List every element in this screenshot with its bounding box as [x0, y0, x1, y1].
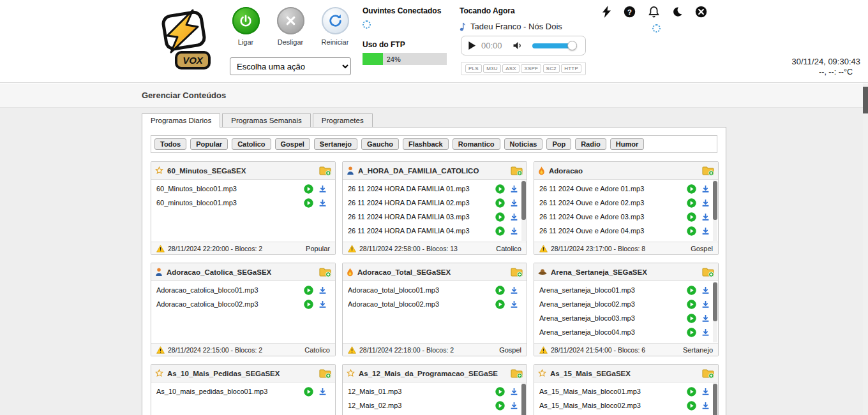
power-off-button[interactable]	[277, 7, 304, 34]
play-icon[interactable]	[495, 226, 505, 236]
card-scrollbar[interactable]	[713, 383, 717, 415]
play-icon[interactable]	[304, 387, 313, 397]
play-icon[interactable]	[687, 314, 696, 323]
download-icon[interactable]	[701, 402, 710, 410]
filter-gospel[interactable]: Gospel	[275, 138, 310, 150]
volume-knob[interactable]	[567, 41, 577, 50]
play-icon[interactable]	[495, 300, 505, 309]
filter-flashback[interactable]: Flashback	[403, 138, 449, 150]
filter-romantico[interactable]: Romantico	[453, 138, 500, 150]
card-scrollbar[interactable]	[521, 180, 526, 241]
play-icon[interactable]	[687, 328, 696, 337]
help-icon[interactable]: ?	[624, 6, 636, 18]
download-icon[interactable]	[318, 199, 327, 207]
download-icon[interactable]	[701, 213, 710, 221]
play-icon[interactable]	[495, 212, 505, 222]
card-scrollbar-thumb[interactable]	[521, 384, 526, 415]
filter-radio[interactable]: Radio	[575, 138, 606, 150]
dark-mode-moon-icon[interactable]	[672, 6, 682, 17]
play-icon[interactable]	[687, 184, 696, 194]
play-icon[interactable]	[687, 401, 696, 411]
folder-add-icon[interactable]	[511, 368, 523, 379]
volume-slider[interactable]	[532, 43, 572, 48]
download-icon[interactable]	[701, 328, 710, 337]
play-icon[interactable]	[495, 401, 505, 411]
play-icon[interactable]	[495, 286, 505, 295]
tab-programetes[interactable]: Programetes	[313, 113, 373, 127]
download-icon[interactable]	[318, 286, 327, 295]
close-icon[interactable]	[695, 6, 707, 18]
play-icon[interactable]	[304, 198, 313, 208]
page-scrollbar[interactable]	[863, 84, 868, 415]
folder-add-icon[interactable]	[702, 166, 714, 176]
folder-add-icon[interactable]	[319, 166, 331, 176]
tab-programas-diarios[interactable]: Programas Diarios	[142, 113, 220, 127]
playlist-sc2-button[interactable]: SC2	[543, 64, 560, 73]
folder-add-icon[interactable]	[702, 267, 714, 277]
power-on-button[interactable]	[232, 7, 260, 34]
play-icon[interactable]	[687, 387, 696, 397]
download-icon[interactable]	[701, 300, 710, 309]
playlist-pls-button[interactable]: PLS	[465, 64, 482, 73]
filter-noticias[interactable]: Noticias	[504, 138, 543, 150]
card-scrollbar[interactable]	[713, 282, 717, 342]
filter-gaucho[interactable]: Gaucho	[361, 138, 399, 150]
page-scrollbar-thumb[interactable]	[863, 87, 868, 113]
folder-add-icon[interactable]	[319, 267, 331, 277]
filter-catolico[interactable]: Catolico	[232, 138, 271, 150]
download-icon[interactable]	[510, 213, 518, 221]
download-icon[interactable]	[701, 314, 710, 323]
playlist-http-button[interactable]: HTTP	[561, 64, 581, 73]
play-icon[interactable]	[687, 198, 696, 208]
play-icon[interactable]	[495, 387, 505, 397]
card-scrollbar[interactable]	[521, 383, 526, 415]
card-scrollbar-thumb[interactable]	[713, 384, 717, 415]
card-scrollbar-thumb[interactable]	[713, 282, 717, 321]
play-icon[interactable]	[304, 300, 313, 309]
play-icon[interactable]	[687, 300, 696, 309]
download-icon[interactable]	[701, 227, 710, 235]
action-select[interactable]: Escolha uma ação	[230, 57, 351, 75]
download-icon[interactable]	[701, 286, 710, 295]
filter-todos[interactable]: Todos	[154, 138, 186, 150]
download-icon[interactable]	[510, 388, 518, 396]
play-icon[interactable]	[304, 286, 313, 295]
folder-add-icon[interactable]	[319, 368, 331, 379]
download-icon[interactable]	[701, 388, 710, 396]
lightning-icon[interactable]	[602, 6, 611, 18]
playlist-xspf-button[interactable]: XSPF	[521, 64, 541, 73]
play-icon[interactable]	[304, 184, 313, 194]
play-icon[interactable]	[495, 184, 505, 194]
play-icon[interactable]	[687, 226, 696, 236]
volume-icon[interactable]	[513, 41, 523, 50]
notifications-bell-icon[interactable]	[648, 6, 659, 18]
download-icon[interactable]	[510, 402, 518, 410]
card-scrollbar-thumb[interactable]	[713, 181, 717, 220]
filter-humor[interactable]: Humor	[610, 138, 644, 150]
card-scrollbar-thumb[interactable]	[521, 181, 526, 220]
card-scrollbar[interactable]	[713, 180, 717, 241]
download-icon[interactable]	[510, 227, 518, 235]
playlist-m3u-button[interactable]: M3U	[483, 64, 501, 73]
download-icon[interactable]	[701, 199, 710, 207]
play-icon[interactable]	[687, 286, 696, 295]
download-icon[interactable]	[318, 300, 327, 309]
download-icon[interactable]	[510, 286, 518, 295]
filter-popular[interactable]: Popular	[190, 138, 228, 150]
download-icon[interactable]	[318, 185, 327, 193]
filter-pop[interactable]: Pop	[546, 138, 571, 150]
download-icon[interactable]	[510, 199, 518, 207]
playlist-asx-button[interactable]: ASX	[502, 64, 520, 73]
play-icon[interactable]	[687, 212, 696, 222]
folder-add-icon[interactable]	[511, 267, 523, 277]
folder-add-icon[interactable]	[702, 368, 714, 379]
download-icon[interactable]	[510, 300, 518, 309]
tab-programas-semanais[interactable]: Programas Semanais	[222, 113, 311, 127]
download-icon[interactable]	[701, 185, 710, 193]
restart-button[interactable]	[322, 7, 349, 34]
download-icon[interactable]	[510, 185, 518, 193]
play-icon[interactable]	[495, 198, 505, 208]
download-icon[interactable]	[318, 388, 327, 396]
filter-sertanejo[interactable]: Sertanejo	[314, 138, 357, 150]
folder-add-icon[interactable]	[511, 166, 523, 176]
